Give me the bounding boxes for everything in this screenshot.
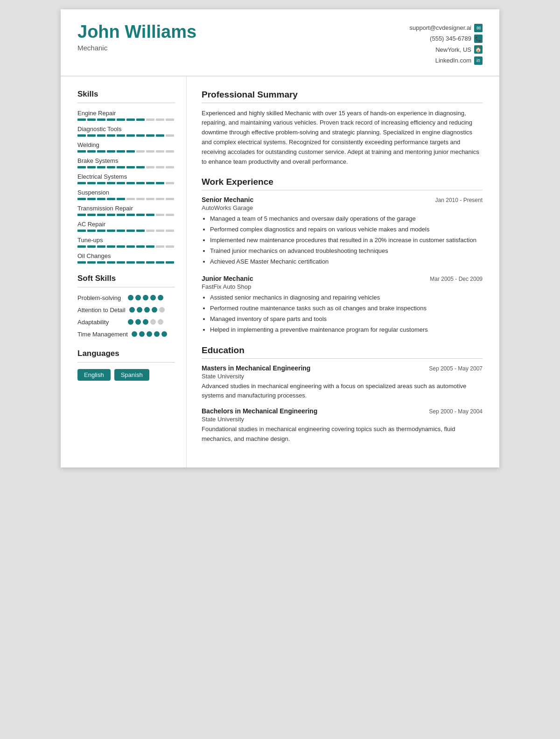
- edu-degree: Masters in Mechanical Engineering: [202, 364, 310, 372]
- linkedin-icon: in: [474, 56, 483, 65]
- soft-skill-item: Attention to Detail: [77, 306, 175, 314]
- skill-segment: [136, 150, 145, 153]
- skill-segment: [107, 119, 115, 121]
- skill-segment: [117, 182, 125, 184]
- skill-bar: [77, 166, 175, 168]
- skill-bar: [77, 134, 175, 137]
- languages-divider: [77, 362, 175, 363]
- soft-skill-dot: [143, 295, 148, 300]
- skill-segment: [146, 230, 154, 232]
- work-section: Work Experience Senior MechanicJan 2010 …: [202, 177, 483, 335]
- skill-segment: [166, 166, 174, 168]
- skill-name: Electrical Systems: [77, 173, 175, 180]
- contact-email: support@cvdesigner.ai ✉: [410, 22, 483, 33]
- skill-segment: [136, 230, 145, 232]
- skill-segment: [136, 119, 145, 121]
- soft-skill-dot: [143, 319, 148, 325]
- soft-skill-dot: [135, 295, 141, 300]
- sidebar: Skills Engine RepairDiagnostic ToolsWeld…: [61, 77, 187, 467]
- skill-segment: [107, 182, 115, 184]
- soft-skill-dots: [128, 318, 163, 325]
- soft-skill-dot: [139, 331, 145, 337]
- job-dates: Jan 2010 - Present: [435, 197, 483, 203]
- soft-skill-dot: [129, 307, 135, 313]
- soft-skill-dot: [137, 307, 142, 313]
- summary-text: Experienced and highly skilled Mechanic …: [202, 109, 483, 167]
- skill-segment: [117, 150, 125, 153]
- skill-segment: [97, 261, 105, 264]
- skill-segment: [126, 119, 135, 121]
- resume-document: John Williams Mechanic support@cvdesigne…: [61, 9, 499, 467]
- skill-segment: [117, 119, 125, 121]
- header-left: John Williams Mechanic: [77, 22, 196, 52]
- job-dates: Mar 2005 - Dec 2009: [430, 276, 483, 282]
- skill-segment: [87, 182, 96, 184]
- skill-bar: [77, 230, 175, 232]
- soft-skill-dot: [128, 319, 133, 325]
- skills-section: Skills Engine RepairDiagnostic ToolsWeld…: [77, 90, 175, 264]
- contact-phone: (555) 345-6789 📞: [410, 33, 483, 44]
- skill-segment: [107, 150, 115, 153]
- skill-segment: [117, 261, 125, 264]
- skill-item: AC Repair: [77, 221, 175, 232]
- edu-header: Bachelors in Mechanical EngineeringSep 2…: [202, 407, 483, 415]
- skill-bar: [77, 182, 175, 184]
- summary-divider: [202, 103, 483, 103]
- soft-skill-name: Time Management: [77, 330, 128, 339]
- skill-segment: [156, 134, 164, 137]
- skill-segment: [107, 198, 115, 200]
- job-item: Junior MechanicMar 2005 - Dec 2009FastFi…: [202, 275, 483, 335]
- job-bullet: Performed routine maintenance tasks such…: [210, 304, 483, 314]
- skill-name: Diagnostic Tools: [77, 125, 175, 132]
- soft-skill-dots: [128, 294, 163, 300]
- skill-segment: [166, 134, 174, 137]
- skill-segment: [126, 198, 135, 200]
- skill-segment: [87, 119, 96, 121]
- skill-segment: [107, 230, 115, 232]
- edu-header: Masters in Mechanical EngineeringSep 200…: [202, 364, 483, 372]
- skill-segment: [87, 150, 96, 153]
- location-icon: 🏠: [474, 45, 483, 54]
- skill-bar: [77, 119, 175, 121]
- skill-segment: [156, 166, 164, 168]
- skill-segment: [107, 214, 115, 216]
- skill-segment: [146, 182, 154, 184]
- language-tags: EnglishSpanish: [77, 369, 175, 381]
- job-title: Junior Mechanic: [202, 275, 253, 282]
- body: Skills Engine RepairDiagnostic ToolsWeld…: [61, 77, 499, 467]
- linkedin-text: LinkedIn.com: [435, 55, 471, 66]
- skill-segment: [107, 261, 115, 264]
- edu-dates: Sep 2005 - May 2007: [429, 365, 483, 372]
- edu-dates: Sep 2000 - May 2004: [429, 408, 483, 415]
- soft-skill-dot: [152, 307, 157, 313]
- soft-skill-dots: [132, 330, 167, 337]
- skill-segment: [107, 166, 115, 168]
- skill-segment: [87, 261, 96, 264]
- edu-description: Foundational studies in mechanical engin…: [202, 425, 483, 444]
- skill-segment: [117, 198, 125, 200]
- skill-bar: [77, 261, 175, 264]
- skill-segment: [146, 214, 154, 216]
- job-item: Senior MechanicJan 2010 - PresentAutoWor…: [202, 196, 483, 266]
- languages-section: Languages EnglishSpanish: [77, 349, 175, 381]
- language-tag: Spanish: [114, 369, 149, 381]
- skill-segment: [77, 134, 86, 137]
- job-bullet: Trained junior mechanics on advanced tro…: [210, 246, 483, 256]
- skill-name: Oil Changes: [77, 252, 175, 259]
- skill-item: Welding: [77, 141, 175, 153]
- skill-item: Suspension: [77, 189, 175, 200]
- skill-segment: [166, 182, 174, 184]
- skill-item: Engine Repair: [77, 110, 175, 121]
- skill-segment: [136, 182, 145, 184]
- skill-segment: [136, 134, 145, 137]
- skill-segment: [166, 230, 174, 232]
- skill-segment: [136, 214, 145, 216]
- soft-skill-dot: [154, 331, 160, 337]
- soft-skills-list: Problem-solvingAttention to DetailAdapta…: [77, 294, 175, 339]
- skill-segment: [97, 182, 105, 184]
- skill-segment: [136, 166, 145, 168]
- header-right: support@cvdesigner.ai ✉ (555) 345-6789 📞…: [410, 22, 483, 66]
- skill-segment: [146, 134, 154, 137]
- skill-segment: [166, 214, 174, 216]
- skill-bar: [77, 245, 175, 248]
